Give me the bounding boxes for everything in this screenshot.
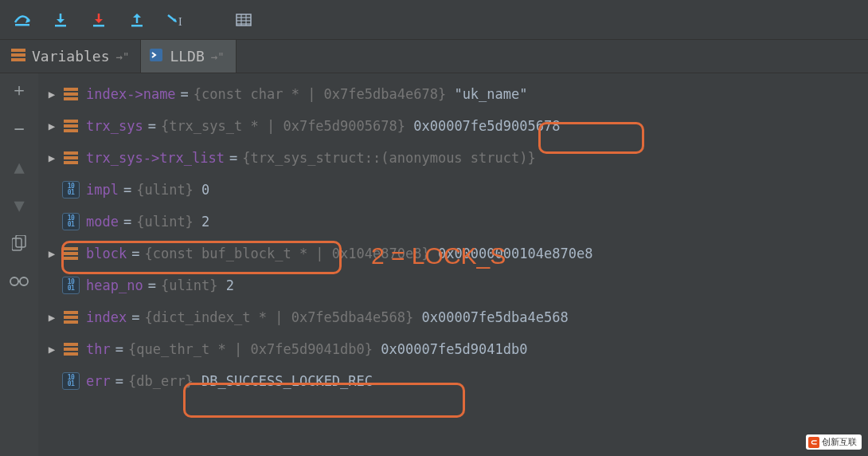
tab-lldb[interactable]: LLDB →" (141, 40, 236, 73)
svg-rect-38 (64, 343, 78, 346)
variable-type: {ulint} (136, 214, 194, 230)
svg-rect-40 (64, 352, 78, 356)
scalar-icon: 1001 (62, 181, 80, 199)
debugger-toolbar: I (0, 0, 868, 40)
expand-arrow-icon[interactable]: ▶ (43, 88, 61, 100)
svg-rect-4 (93, 25, 104, 27)
step-over-icon[interactable] (13, 10, 32, 29)
variable-name: index (86, 86, 127, 102)
variable-type: {que_thr_t * | 0x7fe5d9041db0} (128, 341, 373, 357)
force-step-into-icon[interactable] (89, 10, 108, 29)
variable-value: 0x00007fe5d9041db0 (381, 341, 527, 357)
variable-type: {db_err} (128, 373, 194, 389)
variable-name: impl (86, 182, 119, 198)
variable-type: {const buf_block_t * | 0x104e870e8} (144, 246, 429, 261)
svg-rect-19 (16, 235, 25, 247)
variable-name: trx_sys (86, 118, 143, 134)
scalar-icon: 1001 (62, 277, 80, 294)
variable-name: block (86, 246, 127, 261)
svg-rect-2 (55, 25, 66, 27)
scalar-icon: 1001 (62, 213, 80, 230)
expand-arrow-icon[interactable]: ▶ (43, 343, 61, 356)
variable-name: mode (86, 214, 119, 230)
duplicate-icon[interactable] (9, 233, 29, 254)
svg-text:I: I (178, 16, 182, 28)
variable-row[interactable]: 1001 err = {db_err} DB_SUCCESS_LOCKED_RE… (38, 365, 868, 397)
variable-row[interactable]: 1001 mode = {ulint} 2 (38, 206, 868, 238)
tab-variables[interactable]: Variables →" (3, 40, 141, 73)
svg-rect-36 (64, 316, 78, 319)
svg-rect-14 (11, 49, 25, 52)
variable-name: thr (86, 341, 111, 357)
svg-rect-0 (15, 24, 29, 26)
struct-icon (62, 340, 80, 358)
svg-rect-34 (64, 257, 78, 260)
variable-value: "uk_name" (454, 86, 527, 102)
svg-rect-29 (64, 151, 78, 155)
step-out-icon[interactable] (127, 10, 147, 29)
variable-row[interactable]: ▶ block = {const buf_block_t * | 0x104e8… (38, 238, 868, 269)
svg-rect-37 (64, 320, 78, 324)
variable-row[interactable]: 1001 impl = {ulint} 0 (38, 174, 868, 206)
variable-type: {const char * | 0x7fe5dba4e678} (194, 86, 446, 102)
variable-value: 2 (201, 214, 209, 230)
glasses-icon[interactable] (9, 271, 29, 292)
move-down-icon[interactable]: ▼ (9, 195, 29, 215)
main-area: ＋ − ▲ ▼ ▶ index->name = {const char * | … (0, 73, 868, 456)
variable-type: {trx_sys_t * | 0x7fe5d9005678} (161, 118, 405, 134)
svg-rect-25 (64, 97, 78, 100)
variable-type: {dict_index_t * | 0x7fe5dba4e568} (144, 309, 413, 325)
variables-panel: ▶ index->name = {const char * | 0x7fe5db… (38, 73, 868, 456)
variable-name: err (86, 373, 111, 389)
run-to-cursor-icon[interactable]: I (166, 10, 185, 29)
variable-value: DB_SUCCESS_LOCKED_REC (201, 373, 373, 389)
equals: = (176, 86, 194, 102)
evaluate-expression-icon[interactable] (234, 10, 253, 29)
svg-point-20 (10, 277, 18, 285)
svg-rect-30 (64, 156, 78, 159)
expand-arrow-icon[interactable]: ▶ (43, 151, 61, 164)
expand-arrow-icon[interactable]: ▶ (43, 247, 61, 260)
struct-icon (62, 149, 80, 167)
struct-icon (62, 85, 80, 103)
variable-row[interactable]: ▶ trx_sys = {trx_sys_t * | 0x7fe5d900567… (38, 110, 868, 142)
expand-arrow-icon[interactable]: ▶ (43, 311, 61, 324)
move-up-icon[interactable]: ▲ (9, 156, 29, 177)
variable-type: {trx_sys_struct::(anonymous struct)} (242, 150, 535, 166)
scalar-icon: 1001 (62, 372, 80, 390)
svg-rect-28 (64, 129, 78, 132)
svg-rect-35 (64, 311, 78, 314)
svg-rect-16 (11, 58, 25, 61)
watermark-text: 创新互联 (822, 436, 857, 448)
watermark-logo-icon: ⊂ (808, 437, 819, 448)
svg-rect-23 (64, 88, 78, 91)
svg-point-21 (20, 277, 28, 285)
variable-value: 0x00007fe5dba4e568 (421, 309, 568, 325)
pin-icon: →" (116, 50, 130, 63)
add-watch-icon[interactable]: ＋ (9, 80, 29, 100)
variable-name: index (86, 309, 127, 325)
svg-rect-24 (64, 92, 78, 96)
debug-tabs: Variables →" LLDB →" (0, 40, 868, 73)
variable-type: {ulint} (136, 182, 194, 198)
step-into-icon[interactable] (51, 10, 70, 29)
watermark: ⊂ 创新互联 (806, 434, 862, 450)
variable-row[interactable]: ▶ index->name = {const char * | 0x7fe5db… (38, 78, 868, 110)
variable-row[interactable]: ▶ trx_sys->trx_list = {trx_sys_struct::(… (38, 142, 868, 174)
variable-row[interactable]: ▶ index = {dict_index_t * | 0x7fe5dba4e5… (38, 301, 868, 333)
console-icon (149, 48, 163, 65)
variable-value: 0 (201, 182, 209, 198)
svg-rect-39 (64, 348, 78, 351)
side-gutter: ＋ − ▲ ▼ (0, 73, 38, 456)
remove-watch-icon[interactable]: − (9, 118, 29, 139)
svg-rect-33 (64, 252, 78, 255)
struct-icon (62, 117, 80, 135)
struct-icon (11, 48, 25, 65)
tab-label: LLDB (170, 48, 204, 65)
expand-arrow-icon[interactable]: ▶ (43, 120, 61, 132)
variable-row[interactable]: ▶ thr = {que_thr_t * | 0x7fe5d9041db0} 0… (38, 333, 868, 365)
variable-row[interactable]: 1001 heap_no = {ulint} 2 (38, 269, 868, 301)
svg-rect-6 (131, 25, 143, 27)
svg-rect-26 (64, 120, 78, 123)
struct-icon (62, 309, 80, 326)
